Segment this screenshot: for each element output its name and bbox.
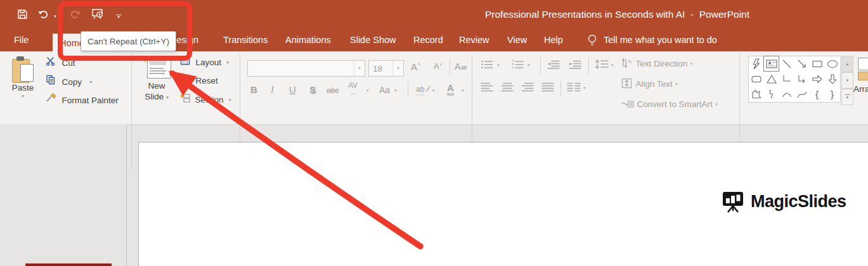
gallery-scroll-up-button[interactable]: ▴ [841,56,853,72]
pen-icon [425,84,431,92]
tell-me-box[interactable]: Tell me what you want to do [604,28,717,51]
font-color-button[interactable]: A [447,83,454,96]
strikethrough-button[interactable]: abc [327,86,339,95]
shape-curve-icon[interactable] [794,87,809,101]
chevron-down-icon[interactable]: ▾ [462,88,464,93]
shape-oval-icon[interactable] [825,56,839,71]
line-spacing-icon [595,59,609,70]
shape-left-brace-icon[interactable]: { [810,87,824,101]
chevron-down-icon[interactable]: ▾ [611,63,614,68]
save-icon [17,9,28,20]
shape-right-arrow-icon[interactable] [810,72,824,86]
bullets-button[interactable] [481,60,493,72]
text-direction-button[interactable]: A Text Direction ▾ [621,58,692,69]
numbering-button[interactable] [511,60,524,72]
save-button[interactable] [15,5,29,23]
undo-button[interactable] [36,5,50,23]
italic-button[interactable]: I [271,84,274,95]
section-button[interactable]: ✱ Section ▾ [180,93,231,105]
tab-animations[interactable]: Animations [285,28,331,51]
shape-rectangle-icon[interactable] [810,56,824,71]
align-center-button[interactable] [501,82,514,94]
decrease-indent-button[interactable] [547,60,560,72]
convert-to-smartart-label: Convert to SmartArt [637,99,712,109]
chevron-down-icon[interactable]: ▾ [394,88,397,93]
shape-arrow-icon[interactable] [794,56,809,71]
align-text-button[interactable]: Align Text ▾ [621,78,678,89]
shape-right-brace-icon[interactable]: } [825,87,839,101]
highlight-color-button[interactable]: ab [416,83,431,94]
columns-button[interactable] [567,82,581,94]
text-shadow-button[interactable]: S [309,84,316,95]
arrange-button[interactable]: Arrange [853,84,868,94]
copy-button[interactable]: Copy ▾ [46,75,92,87]
slide-editing-canvas[interactable]: MagicSlides [138,142,868,266]
paste-button[interactable]: Paste ▾ [5,54,41,111]
tab-file[interactable]: File [14,28,29,51]
tab-record[interactable]: Record [413,28,443,51]
gallery-more-button[interactable]: ▾ [841,89,853,105]
shape-line-icon[interactable] [779,56,794,71]
panel-divider[interactable] [126,124,127,266]
font-size-combobox[interactable]: 18 ▾ [368,60,404,77]
shape-rounded-rectangle-icon[interactable] [749,72,763,86]
tab-slide-show[interactable]: Slide Show [350,28,396,51]
new-slide-button[interactable]: ✱ New Slide ▾ [137,54,176,111]
new-slide-label-1: New [148,81,165,91]
copy-icon [46,75,56,85]
text-direction-label: Text Direction [635,59,687,68]
section-icon: ✱ [180,93,190,103]
align-text-label: Align Text [635,79,672,89]
chevron-down-icon[interactable]: ▾ [432,88,435,93]
shape-freeform-icon[interactable] [749,87,763,101]
bold-button[interactable]: B [250,84,257,95]
format-painter-button[interactable]: Format Painter [46,93,119,106]
font-size-value: 18 [369,64,382,73]
tab-help[interactable]: Help [544,28,563,51]
increase-font-size-button[interactable]: A˄ [411,61,420,72]
bullets-icon [481,60,493,70]
shape-elbow-arrow-connector-icon[interactable] [794,72,809,86]
tab-transitions[interactable]: Transitions [223,28,268,51]
gallery-scroll-down-button[interactable]: ▾ [841,72,853,89]
tab-review[interactable]: Review [459,28,489,51]
increase-indent-button[interactable] [568,60,582,72]
shape-down-arrow-icon[interactable] [825,72,839,86]
shape-arc-icon[interactable] [779,87,794,101]
chevron-down-icon[interactable]: ▾ [583,86,586,91]
shapes-gallery[interactable]: A { } [748,56,841,103]
align-right-button[interactable] [521,82,534,94]
slide-1-thumbnail[interactable]: Professional Presentations In Seconds wi… [25,263,112,266]
format-painter-label: Format Painter [62,96,118,105]
magicslides-logo[interactable]: MagicSlides [720,188,846,215]
magicslides-logo-text: MagicSlides [751,192,846,212]
chevron-down-icon[interactable]: ▾ [528,63,530,68]
reset-button[interactable]: Reset [180,75,218,86]
line-spacing-button[interactable] [595,59,609,73]
scroll-down-icon: ▾ [846,78,849,83]
font-name-combobox[interactable]: ▾ [247,60,365,77]
align-right-icon [521,82,534,92]
shape-triangle-icon[interactable] [764,72,779,86]
shape-elbow-connector-icon[interactable] [779,72,794,86]
clear-formatting-button[interactable]: A [455,61,467,72]
shape-text-box-icon[interactable]: A [764,56,779,71]
justify-button[interactable] [541,82,554,94]
tab-view[interactable]: View [507,28,527,51]
change-case-button[interactable]: Aa [379,85,390,95]
character-spacing-button[interactable]: AV ↔ [348,82,358,96]
align-left-button[interactable] [481,82,493,94]
convert-to-smartart-button[interactable]: Convert to SmartArt ▾ [621,98,718,110]
align-text-icon [621,78,633,89]
reset-icon [180,75,190,84]
shape-scribble-icon[interactable] [764,87,779,101]
paste-icon [12,56,34,83]
chevron-down-icon[interactable]: ▾ [497,63,500,68]
window-title: Professional Presentations in Seconds wi… [485,0,749,28]
lightbulb-icon [586,34,598,49]
chevron-down-icon: ▾ [54,14,56,19]
decrease-font-size-button[interactable]: A˅ [434,61,442,71]
shape-lightning-bolt-icon[interactable] [749,56,763,71]
chevron-down-icon[interactable]: ▾ [366,88,369,93]
underline-button[interactable]: U [289,84,296,95]
